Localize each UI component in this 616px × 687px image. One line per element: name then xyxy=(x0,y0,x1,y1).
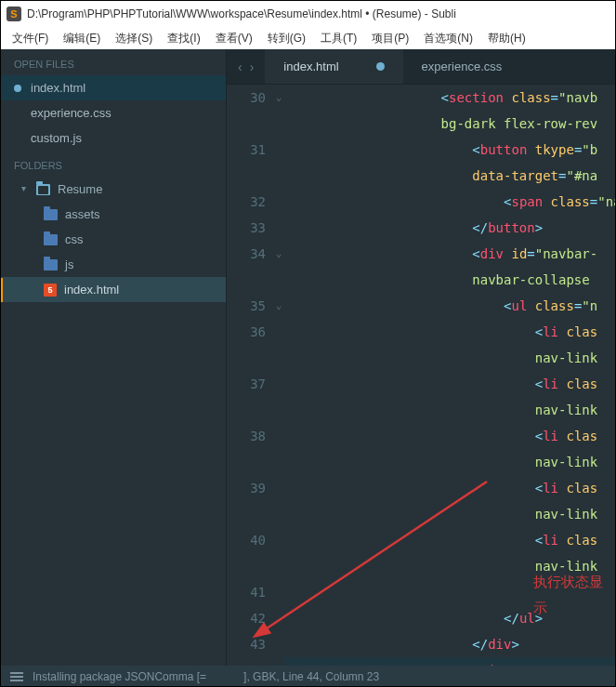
menu-view[interactable]: 查看(V) xyxy=(208,29,260,48)
open-files-title: OPEN FILES xyxy=(1,49,226,75)
fold-column: ⌄⌄⌄⌄ xyxy=(273,85,284,666)
folder-label: assets xyxy=(65,207,100,221)
tab-label: index.html xyxy=(283,59,338,73)
code-editor[interactable]: 3031323334353637383940414243444546 ⌄⌄⌄⌄ … xyxy=(227,85,615,666)
status-right: ], GBK, Line 44, Column 23 xyxy=(243,670,379,683)
folder-item[interactable]: assets xyxy=(1,202,226,227)
folders-title: FOLDERS xyxy=(1,151,226,177)
titlebar: D:\Program\PHP\PHPTutorial\WWW\workspace… xyxy=(1,1,615,27)
modified-dot-icon xyxy=(376,62,385,71)
folder-label: css xyxy=(65,232,84,246)
menu-edit[interactable]: 编辑(E) xyxy=(56,29,108,48)
menu-goto[interactable]: 转到(G) xyxy=(260,29,313,48)
menu-select[interactable]: 选择(S) xyxy=(108,29,160,48)
folder-label: Resume xyxy=(58,182,102,196)
modified-dot-icon xyxy=(14,85,21,92)
window-title: D:\Program\PHP\PHPTutorial\WWW\workspace… xyxy=(27,7,456,20)
folder-label: js xyxy=(65,258,73,271)
open-file-label: custom.js xyxy=(31,131,82,145)
editor-area: ‹ › index.html experience.css 3031323334… xyxy=(227,49,615,666)
folder-icon xyxy=(36,184,50,195)
menu-help[interactable]: 帮助(H) xyxy=(480,29,533,48)
menu-tools[interactable]: 工具(T) xyxy=(313,29,364,48)
sidebar: OPEN FILES index.html experience.css cus… xyxy=(1,49,227,666)
menu-project[interactable]: 项目(P) xyxy=(364,29,416,48)
status-left: Installing package JSONComma [= xyxy=(33,670,206,683)
folder-item[interactable]: css xyxy=(1,227,226,252)
prev-tab-icon[interactable]: ‹ xyxy=(234,59,246,74)
menu-prefs[interactable]: 首选项(N) xyxy=(416,29,480,48)
file-label: index.html xyxy=(64,283,119,297)
tab-active[interactable]: index.html xyxy=(265,49,402,84)
open-file-item[interactable]: index.html xyxy=(1,75,226,100)
next-tab-icon[interactable]: › xyxy=(246,59,258,74)
app-icon xyxy=(7,7,21,21)
status-bar: Installing package JSONComma [= ], GBK, … xyxy=(1,666,615,687)
html-file-icon xyxy=(44,284,57,297)
open-file-label: index.html xyxy=(31,81,85,95)
panel-menu-icon[interactable] xyxy=(10,672,23,681)
folder-icon xyxy=(44,234,58,245)
folder-root[interactable]: Resume xyxy=(1,177,226,202)
menubar: 文件(F) 编辑(E) 选择(S) 查找(I) 查看(V) 转到(G) 工具(T… xyxy=(1,27,615,49)
menu-file[interactable]: 文件(F) xyxy=(5,29,56,48)
code-content[interactable]: <section class="navb bg-dark flex-row-re… xyxy=(284,85,615,666)
menu-find[interactable]: 查找(I) xyxy=(160,29,207,48)
open-file-item[interactable]: custom.js xyxy=(1,126,226,151)
tab-inactive[interactable]: experience.css xyxy=(403,49,521,84)
chevron-down-icon xyxy=(23,186,31,193)
open-file-label: experience.css xyxy=(31,106,111,120)
file-item[interactable]: index.html xyxy=(1,277,226,302)
line-gutter: 3031323334353637383940414243444546 xyxy=(227,85,273,666)
tab-bar: ‹ › index.html experience.css xyxy=(227,49,615,85)
tab-label: experience.css xyxy=(422,59,503,73)
folder-icon xyxy=(44,259,58,271)
open-file-item[interactable]: experience.css xyxy=(1,100,226,126)
folder-item[interactable]: js xyxy=(1,252,226,277)
folder-icon xyxy=(44,209,58,220)
